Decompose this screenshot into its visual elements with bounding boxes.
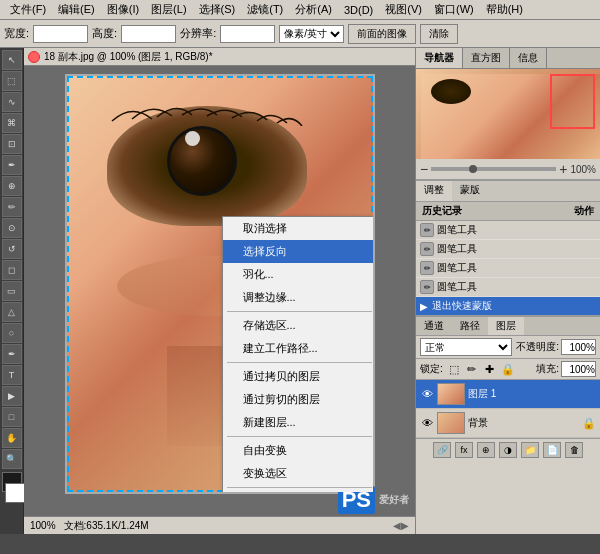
history-quick-mask[interactable]: ▶ 退出快速蒙版 bbox=[416, 297, 600, 315]
resolution-input[interactable] bbox=[220, 25, 275, 43]
ctx-cut-layer[interactable]: 通过剪切的图层 bbox=[223, 388, 375, 411]
tool-history-brush[interactable]: ↺ bbox=[2, 239, 22, 259]
blend-mode-select[interactable]: 正常 bbox=[420, 338, 512, 356]
tool-dodge[interactable]: ○ bbox=[2, 323, 22, 343]
history-label-1: 圆笔工具 bbox=[437, 242, 477, 256]
tool-lasso[interactable]: ∿ bbox=[2, 92, 22, 112]
resolution-label: 分辨率: bbox=[180, 26, 216, 41]
unit-select[interactable]: 像素/英寸 bbox=[279, 25, 344, 43]
history-header[interactable]: 历史记录 动作 bbox=[416, 202, 600, 221]
opacity-input[interactable] bbox=[561, 339, 596, 355]
fill-row: 填充: bbox=[536, 361, 596, 377]
zoom-in-button[interactable]: + bbox=[559, 162, 567, 176]
menu-item-select[interactable]: 选择(S) bbox=[193, 0, 242, 19]
history-item-1[interactable]: ✏ 圆笔工具 bbox=[416, 240, 600, 259]
canvas-window[interactable]: 取消选择 选择反向 羽化... 调整边缘... 存储选区... 建立工作路径..… bbox=[24, 66, 415, 516]
fill-input[interactable] bbox=[561, 361, 596, 377]
ctx-feather[interactable]: 羽化... bbox=[223, 263, 375, 286]
width-input[interactable] bbox=[33, 25, 88, 43]
close-button[interactable] bbox=[28, 51, 40, 63]
tool-pen[interactable]: ✒ bbox=[2, 344, 22, 364]
tab-histogram[interactable]: 直方图 bbox=[463, 48, 510, 68]
tool-brush[interactable]: ✏ bbox=[2, 197, 22, 217]
layer-adjustment-button[interactable]: ◑ bbox=[499, 442, 517, 458]
tool-crop[interactable]: ⊡ bbox=[2, 134, 22, 154]
nav-arrows[interactable]: ◀▶ bbox=[393, 520, 409, 531]
zoom-out-button[interactable]: − bbox=[420, 162, 428, 176]
layer-1-thumbnail bbox=[437, 383, 465, 405]
panel-tabs: 导航器 直方图 信息 bbox=[416, 48, 600, 69]
left-toolbar: ↖ ⬚ ∿ ⌘ ⊡ ✒ ⊕ ✏ ⊙ ↺ ◻ ▭ △ ○ ✒ T ▶ □ ✋ 🔍 bbox=[0, 48, 24, 534]
lock-all-icon[interactable]: 🔒 bbox=[501, 362, 515, 376]
menu-item-edit[interactable]: 编辑(E) bbox=[52, 0, 101, 19]
menu-item-analyze[interactable]: 分析(A) bbox=[289, 0, 338, 19]
tool-text[interactable]: T bbox=[2, 365, 22, 385]
tool-clone[interactable]: ⊙ bbox=[2, 218, 22, 238]
tool-marquee[interactable]: ⬚ bbox=[2, 71, 22, 91]
tab-info[interactable]: 信息 bbox=[510, 48, 547, 68]
tool-gradient[interactable]: ▭ bbox=[2, 281, 22, 301]
tab-masks[interactable]: 蒙版 bbox=[452, 181, 488, 201]
layer-lock-row: 锁定: ⬚ ✏ ✚ 🔒 填充: bbox=[416, 359, 600, 380]
tool-zoom[interactable]: 🔍 bbox=[2, 449, 22, 469]
layer-mask-button[interactable]: ⊕ bbox=[477, 442, 495, 458]
tool-shape[interactable]: □ bbox=[2, 407, 22, 427]
layer-group-button[interactable]: 📁 bbox=[521, 442, 539, 458]
lock-transparent-icon[interactable]: ⬚ bbox=[447, 362, 461, 376]
tool-move[interactable]: ↖ bbox=[2, 50, 22, 70]
layer-item-bg[interactable]: 👁 背景 🔒 bbox=[416, 409, 600, 438]
tool-hand[interactable]: ✋ bbox=[2, 428, 22, 448]
tab-layers[interactable]: 图层 bbox=[488, 317, 524, 335]
ctx-copy-layer[interactable]: 通过拷贝的图层 bbox=[223, 365, 375, 388]
ctx-transform-selection[interactable]: 变换选区 bbox=[223, 462, 375, 485]
menu-item-file[interactable]: 文件(F) bbox=[4, 0, 52, 19]
ctx-refine-edge[interactable]: 调整边缘... bbox=[223, 286, 375, 309]
menu-item-help[interactable]: 帮助(H) bbox=[480, 0, 529, 19]
tab-channels[interactable]: 通道 bbox=[416, 317, 452, 335]
tool-blur[interactable]: △ bbox=[2, 302, 22, 322]
menu-item-layer[interactable]: 图层(L) bbox=[145, 0, 192, 19]
layer-fx-button[interactable]: fx bbox=[455, 442, 473, 458]
ctx-new-layer[interactable]: 新建图层... bbox=[223, 411, 375, 434]
layer-item-1[interactable]: 👁 图层 1 bbox=[416, 380, 600, 409]
tool-eyedropper[interactable]: ✒ bbox=[2, 155, 22, 175]
menu-item-image[interactable]: 图像(I) bbox=[101, 0, 145, 19]
height-input[interactable] bbox=[121, 25, 176, 43]
menu-item-3d[interactable]: 3D(D) bbox=[338, 2, 379, 18]
opacity-row: 不透明度: bbox=[516, 339, 596, 355]
tool-path-select[interactable]: ▶ bbox=[2, 386, 22, 406]
menu-item-filter[interactable]: 滤镜(T) bbox=[241, 0, 289, 19]
tab-navigator[interactable]: 导航器 bbox=[416, 48, 463, 68]
history-label-3: 圆笔工具 bbox=[437, 280, 477, 294]
lock-move-icon[interactable]: ✚ bbox=[483, 362, 497, 376]
tab-adjustments[interactable]: 调整 bbox=[416, 181, 452, 201]
ctx-invert[interactable]: 选择反向 bbox=[223, 240, 375, 263]
right-panel: 导航器 直方图 信息 − + 100% bbox=[415, 48, 600, 534]
layer-bg-visibility[interactable]: 👁 bbox=[420, 416, 434, 430]
ctx-free-transform[interactable]: 自由变换 bbox=[223, 439, 375, 462]
delete-layer-button[interactable]: 🗑 bbox=[565, 442, 583, 458]
clear-button[interactable]: 清除 bbox=[420, 24, 458, 44]
ctx-deselect[interactable]: 取消选择 bbox=[223, 217, 375, 240]
tool-eraser[interactable]: ◻ bbox=[2, 260, 22, 280]
tab-paths[interactable]: 路径 bbox=[452, 317, 488, 335]
menu-item-view[interactable]: 视图(V) bbox=[379, 0, 428, 19]
history-item-0[interactable]: ✏ 圆笔工具 bbox=[416, 221, 600, 240]
main-area: ↖ ⬚ ∿ ⌘ ⊡ ✒ ⊕ ✏ ⊙ ↺ ◻ ▭ △ ○ ✒ T ▶ □ ✋ 🔍 … bbox=[0, 48, 600, 534]
layer-link-button[interactable]: 🔗 bbox=[433, 442, 451, 458]
ctx-work-path[interactable]: 建立工作路径... bbox=[223, 337, 375, 360]
layer-1-visibility[interactable]: 👁 bbox=[420, 387, 434, 401]
tool-spot-heal[interactable]: ⊕ bbox=[2, 176, 22, 196]
lock-paint-icon[interactable]: ✏ bbox=[465, 362, 479, 376]
tool-wand[interactable]: ⌘ bbox=[2, 113, 22, 133]
layer-bg-thumbnail bbox=[437, 412, 465, 434]
new-layer-button[interactable]: 📄 bbox=[543, 442, 561, 458]
tool-bg-color[interactable] bbox=[5, 483, 25, 503]
history-item-2[interactable]: ✏ 圆笔工具 bbox=[416, 259, 600, 278]
front-image-button[interactable]: 前面的图像 bbox=[348, 24, 416, 44]
height-label: 高度: bbox=[92, 26, 117, 41]
ctx-save-selection[interactable]: 存储选区... bbox=[223, 314, 375, 337]
menu-item-window[interactable]: 窗口(W) bbox=[428, 0, 480, 19]
nav-zoom-slider[interactable] bbox=[431, 167, 556, 171]
history-item-3[interactable]: ✏ 圆笔工具 bbox=[416, 278, 600, 297]
